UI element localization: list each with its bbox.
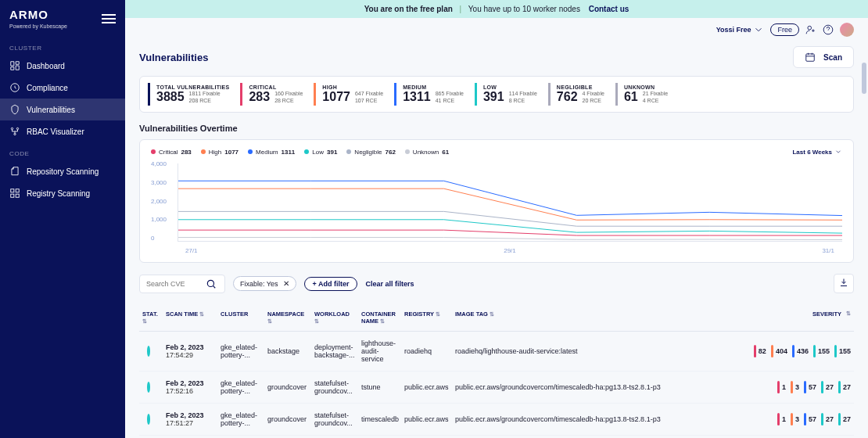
summary-label: NEGLIGIBLE	[557, 84, 604, 90]
svg-rect-7	[16, 194, 19, 197]
legend-item[interactable]: Low 391	[304, 149, 337, 156]
plan-pill[interactable]: Free	[770, 23, 799, 36]
chevron-down-icon	[753, 24, 764, 35]
contact-us-link[interactable]: Contact us	[589, 5, 629, 13]
legend-label: Negligible	[354, 149, 382, 156]
help-icon[interactable]	[823, 24, 834, 35]
col-severity[interactable]: SEVERITY ⇅	[690, 309, 854, 326]
nav-item-label: RBAC Visualizer	[27, 127, 84, 136]
legend-count: 762	[386, 149, 396, 156]
status-indicator	[147, 414, 150, 425]
col-time[interactable]: SCAN TIME ⇅	[163, 309, 217, 326]
filter-chip-fixable[interactable]: Fixable: Yes ✕	[233, 276, 296, 291]
nav-icon	[9, 60, 20, 71]
svg-point-1	[11, 127, 13, 129]
legend-item[interactable]: Unknown 61	[405, 149, 449, 156]
summary-card-negligible[interactable]: NEGLIGIBLE 762 4 Fixable20 RCE	[548, 83, 609, 106]
cell-severity: 82404436155155	[690, 343, 854, 359]
legend-item[interactable]: Negligible 762	[346, 149, 396, 156]
col-stat[interactable]: STAT. ⇅	[139, 309, 163, 326]
svg-point-2	[16, 127, 18, 129]
legend-dot	[405, 149, 410, 154]
scan-time: 17:54:29	[166, 351, 214, 359]
status-indicator	[147, 382, 150, 393]
search-icon	[206, 278, 217, 289]
cell-container: lighthouse-audit-service	[358, 338, 401, 364]
summary-card-unknown[interactable]: UNKNOWN 61 21 Fixable4 RCE	[615, 83, 673, 106]
table-row[interactable]: Feb 2, 202317:52:16 gke_elated-pottery-.…	[139, 372, 854, 404]
summary-card-critical[interactable]: CRITICAL 283 160 Fixable28 RCE	[240, 83, 307, 106]
topbar: Yossi Free Free	[125, 18, 868, 41]
scrollbar[interactable]	[862, 63, 866, 94]
nav-item-label: Registry Scanning	[27, 189, 90, 198]
summary-card-low[interactable]: LOW 391 114 Fixable8 RCE	[475, 83, 542, 106]
summary-value: 3885	[156, 90, 185, 104]
cell-severity: 13572727	[690, 411, 854, 427]
y-tick: 3,000	[151, 179, 167, 186]
user-menu[interactable]: Yossi Free	[716, 24, 765, 35]
download-button[interactable]	[834, 274, 854, 293]
legend-item[interactable]: High 1077	[201, 149, 239, 156]
sidebar-item-compliance[interactable]: Compliance	[0, 77, 125, 99]
legend-dot	[201, 149, 206, 154]
sev-pill: 27	[821, 413, 834, 425]
sidebar-item-vulnerabilities[interactable]: Vulnerabilities	[0, 99, 125, 120]
y-tick: 4,000	[151, 160, 167, 167]
col-workload[interactable]: WORKLOAD ⇅	[311, 309, 358, 326]
sidebar-item-registry-scanning[interactable]: Registry Scanning	[0, 182, 125, 204]
nav-icon	[9, 166, 20, 177]
summary-card-total-vulnerabilities[interactable]: TOTAL VULNERABILITIES 3885 1811 Fixable2…	[148, 83, 234, 106]
legend-item[interactable]: Medium 1311	[248, 149, 295, 156]
close-icon[interactable]: ✕	[283, 279, 289, 288]
filter-row: Fixable: Yes ✕ + Add filter Clear all fi…	[139, 274, 854, 293]
y-tick: 2,000	[151, 198, 167, 205]
sev-pill: 57	[804, 381, 816, 393]
legend-label: Low	[312, 149, 324, 156]
summary-value: 1311	[403, 90, 431, 104]
cell-registry: public.ecr.aws	[401, 414, 452, 425]
user-name: Yossi Free	[716, 26, 751, 34]
time-range-selector[interactable]: Last 6 Weeks	[792, 148, 842, 156]
clear-filters-link[interactable]: Clear all filters	[365, 280, 414, 288]
sidebar-item-dashboard[interactable]: Dashboard	[0, 55, 125, 77]
status-indicator	[147, 346, 150, 357]
table-row[interactable]: Feb 2, 202317:54:29 gke_elated-pottery-.…	[139, 332, 854, 372]
summary-sub: 114 Fixable8 RCE	[509, 91, 537, 104]
sidebar-item-repository-scanning[interactable]: Repository Scanning	[0, 160, 125, 182]
cell-cluster: gke_elated-pottery-...	[217, 410, 264, 429]
x-tick: 29/1	[504, 247, 516, 254]
search-input[interactable]	[146, 280, 201, 288]
sidebar-item-rbac-visualizer[interactable]: RBAC Visualizer	[0, 120, 125, 142]
download-icon	[839, 278, 848, 287]
invite-icon[interactable]	[805, 24, 816, 35]
legend-label: Unknown	[413, 149, 439, 156]
summary-sub: 647 Fixable107 RCE	[355, 91, 383, 104]
avatar[interactable]	[840, 23, 854, 37]
scan-button-label: Scan	[823, 53, 842, 62]
search-box[interactable]	[139, 275, 225, 293]
summary-card-medium[interactable]: MEDIUM 1311 865 Fixable41 RCE	[394, 83, 468, 106]
y-axis: 4,0003,0002,0001,0000	[151, 160, 167, 242]
legend-dot	[151, 149, 156, 154]
legend-item[interactable]: Critical 283	[151, 149, 192, 156]
scan-date: Feb 2, 2023	[166, 343, 214, 351]
menu-toggle-icon[interactable]	[102, 14, 116, 23]
col-ns[interactable]: NAMESPACE ⇅	[264, 309, 311, 326]
col-registry[interactable]: REGISTRY ⇅	[401, 309, 452, 326]
chart-line	[178, 188, 842, 220]
table-header: STAT. ⇅ SCAN TIME ⇅ CLUSTER NAMESPACE ⇅ …	[139, 304, 854, 332]
legend-label: High	[209, 149, 221, 156]
col-container[interactable]: CONTAINER NAME ⇅	[358, 309, 401, 326]
cell-image-tag: public.ecr.aws/groundcovercom/timescaled…	[452, 382, 690, 393]
summary-value: 762	[557, 90, 578, 104]
add-filter-button[interactable]: + Add filter	[304, 277, 358, 291]
summary-card-high[interactable]: HIGH 1077 647 Fixable107 RCE	[314, 83, 388, 106]
summary-sub: 1811 Fixable208 RCE	[189, 91, 221, 104]
col-cluster[interactable]: CLUSTER	[217, 309, 264, 326]
nav-icon	[9, 82, 20, 93]
col-image-tag[interactable]: IMAGE TAG ⇅	[452, 309, 690, 326]
scan-date: Feb 2, 2023	[166, 379, 214, 387]
legend-label: Critical	[159, 149, 178, 156]
scan-button[interactable]: Scan	[793, 46, 854, 68]
table-row[interactable]: Feb 2, 202317:51:27 gke_elated-pottery-.…	[139, 404, 854, 436]
